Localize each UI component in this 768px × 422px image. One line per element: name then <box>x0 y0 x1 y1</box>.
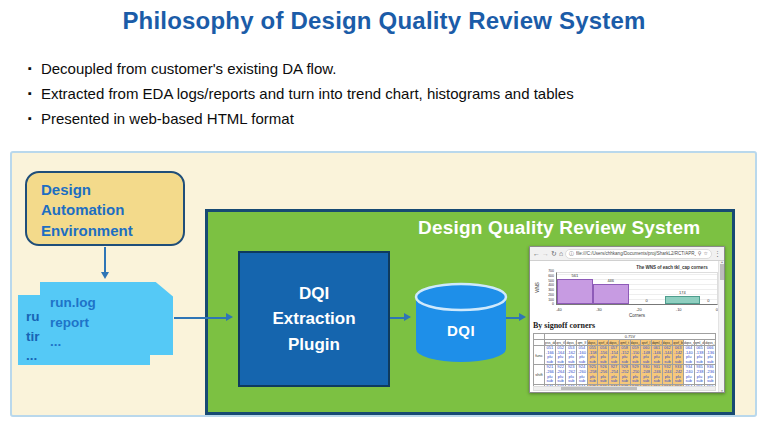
dqi-database-label: DQI <box>413 322 509 339</box>
address-bar[interactable]: ⓘ file:///C:/Users/chhkang/Documents/pro… <box>565 249 712 259</box>
table-data-cell[interactable]: 933 -242 plu sub <box>673 365 684 384</box>
histogram-bin: 561 <box>557 273 593 304</box>
table-data-cell[interactable]: 052 -164 plu sub <box>555 346 566 365</box>
horizontal-scrollbar-thumb[interactable] <box>561 387 637 390</box>
histogram-bar <box>557 279 593 304</box>
table-data-cell[interactable]: 924 -260 plu sub <box>577 365 588 384</box>
bullet-item: ▪Extracted from EDA logs/reports and tur… <box>28 85 728 102</box>
histogram-bin: 446 <box>593 273 629 304</box>
y-tick-label: 0 <box>552 303 554 307</box>
histogram-bin: 0 <box>629 273 665 304</box>
arrowhead-files-to-plugin <box>226 313 233 321</box>
search-icon[interactable]: ⚲ <box>698 251 702 256</box>
table-group-row: shift921 -266 plu sub922 -264 plu sub923… <box>534 365 716 384</box>
y-tick-label: 700 <box>548 270 554 274</box>
table-data-cell[interactable]: 926 -256 plu sub <box>598 365 609 384</box>
chart-y-ticks: 7006005004003002001000 <box>540 270 554 307</box>
table-section-heading: By signoff corners <box>533 321 595 330</box>
table-data-cell[interactable]: 925 -258 plu sub <box>587 365 598 384</box>
table-data-cell[interactable]: 058 -152 plu sub <box>619 346 630 365</box>
table-data-cell[interactable]: 056 -156 plu sub <box>598 346 609 365</box>
bullet-text: Presented in web-based HTML format <box>41 110 294 127</box>
bar-value-label: 561 <box>557 273 593 278</box>
table-data-cell[interactable]: 935 -238 plu sub <box>694 365 705 384</box>
bullet-list: ▪Decoupled from customer's existing DA f… <box>28 60 728 135</box>
bar-value-label: 446 <box>593 278 629 283</box>
table-data-cell[interactable]: 931 -246 plu sub <box>651 365 662 384</box>
table-data-cell[interactable]: 932 -244 plu sub <box>662 365 673 384</box>
browser-toolbar: ← → ↻ ⌂ ⓘ file:///C:/Users/chhkang/Docum… <box>530 247 724 261</box>
x-tick-label: -20 <box>636 307 642 312</box>
browser-content: The WNS of each tkl_cap corners 70060050… <box>530 261 724 393</box>
table-data-cell[interactable]: 063 -142 plu sub <box>673 346 684 365</box>
chart-x-label: Corners <box>556 313 718 318</box>
dqrs-panel-title: Design Quality Review System <box>418 217 700 239</box>
table-data-cell[interactable]: 054 -160 plu sub <box>577 346 588 365</box>
corners-table-wrap: 0.75Vpss_dqqrs_tldqss_bqm_lfdqss_tqsrf_d… <box>533 333 716 390</box>
table-data-cell[interactable]: 928 -252 plu sub <box>619 365 630 384</box>
horizontal-scrollbar[interactable] <box>533 386 716 391</box>
histogram-plot: 56144601740 <box>556 272 718 305</box>
histogram-bar <box>593 284 629 304</box>
table-data-cell[interactable]: 060 -148 plu sub <box>641 346 652 365</box>
chart-y-label: WNS <box>535 282 540 293</box>
page-title: Philosophy of Design Quality Review Syst… <box>0 7 768 35</box>
table-data-cell[interactable]: 934 -240 plu sub <box>683 365 694 384</box>
vertical-scrollbar[interactable]: ▲ ▼ <box>718 261 724 393</box>
log-file-card-front: run.log report ... <box>40 282 173 355</box>
table-data-cell[interactable]: 929 -250 plu sub <box>630 365 641 384</box>
table-data-cell[interactable]: 053 -162 plu sub <box>566 346 577 365</box>
reload-icon[interactable]: ↻ <box>551 250 557 257</box>
back-icon[interactable]: ← <box>533 250 540 257</box>
bookmark-star-icon[interactable]: ☆ <box>704 251 708 256</box>
table-data-cell[interactable]: 923 -262 plu sub <box>566 365 577 384</box>
table-data-cell[interactable]: 064 -140 plu sub <box>683 346 694 365</box>
report-browser-window: ← → ↻ ⌂ ⓘ file:///C:/Users/chhkang/Docum… <box>529 246 725 393</box>
table-data-cell[interactable]: 055 -158 plu sub <box>587 346 598 365</box>
bullet-marker-icon: ▪ <box>28 87 32 99</box>
table-data-cell[interactable]: 922 -264 plu sub <box>555 365 566 384</box>
x-tick-label: -40 <box>556 307 562 312</box>
table-data-cell[interactable]: 065 -138 plu sub <box>694 346 705 365</box>
bar-value-label: 174 <box>665 290 701 295</box>
table-row-label: func <box>534 346 545 365</box>
x-tick-label: -10 <box>676 307 682 312</box>
histogram-bin: 174 <box>665 273 701 304</box>
table-data-cell[interactable]: 930 -248 plu sub <box>641 365 652 384</box>
histogram-bin: 0 <box>700 273 716 304</box>
table-data-cell[interactable]: 061 -146 plu sub <box>651 346 662 365</box>
menu-kebab-icon[interactable]: ⋮ <box>714 250 721 257</box>
table-data-cell[interactable]: 059 -150 plu sub <box>630 346 641 365</box>
table-data-cell[interactable]: 927 -254 plu sub <box>609 365 620 384</box>
y-tick-label: 200 <box>548 294 554 298</box>
scroll-down-icon[interactable]: ▼ <box>719 390 725 393</box>
bar-value-label: 0 <box>629 298 665 303</box>
chart-x-ticks: -40-30-20-100 <box>556 307 718 312</box>
table-row-label: shift <box>534 365 545 384</box>
page-info-icon[interactable]: ⓘ <box>569 251 574 256</box>
y-tick-label: 600 <box>548 275 554 279</box>
table-data-cell[interactable]: 062 -144 plu sub <box>662 346 673 365</box>
table-data-cell[interactable]: 936 -236 plu sub <box>705 365 716 384</box>
x-tick-label: -30 <box>596 307 602 312</box>
table-data-cell[interactable]: 066 -136 plu sub <box>705 346 716 365</box>
arrowhead-dae-to-files <box>101 272 109 279</box>
bullet-text: Extracted from EDA logs/reports and turn… <box>41 85 574 102</box>
arrowhead-db-to-report <box>519 313 526 321</box>
vertical-scrollbar-thumb[interactable] <box>720 264 724 280</box>
url-text[interactable]: file:///C:/Users/chhkang/Documents/proj/… <box>576 251 696 256</box>
arrow-dae-to-files <box>104 247 106 273</box>
forward-icon[interactable]: → <box>542 250 549 257</box>
table-data-cell[interactable]: 921 -266 plu sub <box>545 365 556 384</box>
design-automation-environment-box: Design Automation Environment <box>25 171 185 246</box>
chart-title: The WNS of each tkl_cap corners <box>622 265 722 270</box>
home-icon[interactable]: ⌂ <box>559 250 563 257</box>
arrow-files-to-plugin <box>174 317 227 319</box>
bullet-item: ▪Decoupled from customer's existing DA f… <box>28 60 728 77</box>
histogram-bar <box>665 296 701 304</box>
bullet-marker-icon: ▪ <box>28 62 32 74</box>
dqi-extraction-plugin-box: DQI Extraction Plugin <box>238 251 390 387</box>
bullet-item: ▪Presented in web-based HTML format <box>28 110 728 127</box>
table-data-cell[interactable]: 057 -154 plu sub <box>609 346 620 365</box>
table-data-cell[interactable]: 051 -166 plu sub <box>545 346 556 365</box>
